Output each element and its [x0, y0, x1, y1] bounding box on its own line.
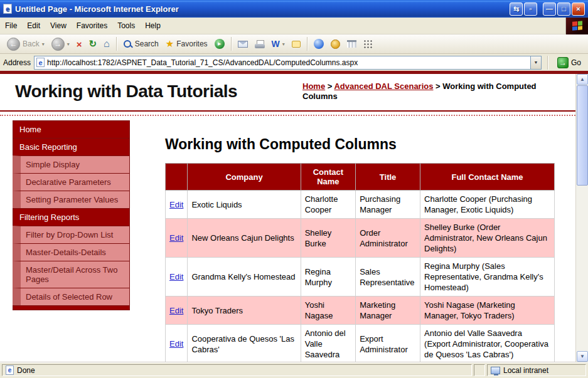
address-dropdown-button[interactable]: ▼	[530, 56, 541, 69]
cell-full-name: Charlotte Cooper (Purchasing Manager, Ex…	[420, 191, 555, 219]
breadcrumb-home-link[interactable]: Home	[302, 81, 325, 91]
back-dropdown-icon: ▾	[42, 41, 45, 47]
print-icon	[255, 40, 265, 48]
stop-button[interactable]: ×	[73, 37, 85, 51]
vertical-scrollbar[interactable]: ▲ ▼	[575, 74, 588, 362]
table-row: Edit Exotic Liquids Charlotte Cooper Pur…	[166, 191, 555, 219]
sidebar-item-simple-display[interactable]: Simple Display	[13, 155, 130, 174]
breadcrumb-separator: >	[328, 81, 333, 91]
sidebar-item-master-detail-across-two-pages[interactable]: Master/Detail Across Two Pages	[13, 261, 130, 288]
currency-button[interactable]	[328, 38, 343, 51]
edit-link[interactable]: Edit	[169, 306, 183, 315]
sidebar-item-home[interactable]: Home	[13, 120, 130, 139]
status-page-icon: e	[6, 365, 14, 375]
home-button[interactable]: ⌂	[100, 36, 113, 51]
sidebar-item-details-of-selected-row[interactable]: Details of Selected Row	[13, 288, 130, 306]
menu-edit[interactable]: Edit	[22, 18, 45, 33]
toolbar-separator	[231, 37, 232, 51]
media-button[interactable]: ▶	[211, 37, 228, 51]
edit-link[interactable]: Edit	[169, 200, 183, 209]
edit-link[interactable]: Edit	[169, 272, 183, 281]
sidebar-item-filter-by-dropdown-list[interactable]: Filter by Drop-Down List	[13, 226, 130, 244]
messenger-button[interactable]	[311, 37, 327, 51]
go-arrow-icon: →	[557, 57, 569, 68]
forward-icon: →	[51, 38, 65, 51]
chevron-down-icon: ▼	[534, 60, 538, 65]
cell-full-name: Antonio del Valle Saavedra (Export Admin…	[420, 325, 555, 362]
menu-help[interactable]: Help	[140, 18, 166, 33]
menu-view[interactable]: View	[45, 18, 72, 33]
close-icon: ×	[576, 6, 580, 13]
back-button[interactable]: ← Back ▾	[4, 36, 48, 53]
title-bar: e Untitled Page - Microsoft Internet Exp…	[0, 0, 588, 18]
sidebar-item-master-details-details[interactable]: Master-Details-Details	[13, 243, 130, 261]
standard-toolbar: ← Back ▾ → ▾ × ↻ ⌂ Search ★ Favorites ▶ …	[0, 34, 588, 54]
maximize-button[interactable]: □	[557, 3, 570, 16]
media-icon: ▶	[215, 39, 225, 49]
forward-button[interactable]: → ▾	[48, 36, 73, 53]
favorites-star-icon: ★	[166, 38, 174, 50]
table-header-contact: Contact Name	[301, 164, 355, 191]
cell-full-name: Yoshi Nagase (Marketing Manager, Tokyo T…	[420, 297, 555, 325]
scrollbar-thumb[interactable]	[577, 85, 588, 186]
globe-icon	[314, 39, 324, 49]
breadcrumb-section-link[interactable]: Advanced DAL Scenarios	[334, 81, 433, 91]
sidebar-item-declarative-parameters[interactable]: Declarative Parameters	[13, 173, 130, 191]
discuss-button[interactable]	[289, 39, 304, 50]
go-button[interactable]: → Go	[553, 56, 585, 69]
cell-company: Exotic Liquids	[188, 191, 301, 219]
close-button[interactable]: ×	[572, 3, 585, 16]
cell-company: Tokyo Traders	[188, 297, 301, 325]
site-header: Working with Data Tutorials Home > Advan…	[0, 74, 575, 110]
status-zone-pane: Local intranet	[487, 364, 586, 376]
toolbar-extra-button-1[interactable]: ⇆	[510, 3, 523, 16]
panel-icon: ▫	[530, 6, 532, 13]
print-button[interactable]	[252, 38, 268, 50]
windows-logo	[565, 18, 588, 34]
mail-button[interactable]	[235, 39, 251, 50]
status-main-pane: e Done	[2, 364, 472, 376]
swap-icon: ⇆	[513, 6, 519, 13]
scroll-up-button[interactable]: ▲	[577, 74, 588, 85]
home-icon: ⌂	[104, 38, 110, 50]
toolbar-extra-button-2[interactable]: ▫	[524, 3, 537, 16]
menu-tools[interactable]: Tools	[112, 18, 140, 33]
favorites-label: Favorites	[176, 39, 207, 48]
edit-button[interactable]: W ▾	[269, 37, 288, 51]
cell-contact: Shelley Burke	[301, 219, 355, 258]
sidebar-item-filtering-reports[interactable]: Filtering Reports	[13, 208, 130, 226]
favorites-button[interactable]: ★ Favorites	[163, 36, 211, 51]
address-input[interactable]	[45, 58, 530, 67]
mail-icon	[238, 41, 248, 48]
menu-file[interactable]: File	[0, 18, 22, 33]
toolbar-separator	[307, 37, 307, 51]
edit-link[interactable]: Edit	[169, 339, 183, 349]
refresh-icon: ↻	[88, 38, 97, 50]
minimize-button[interactable]: —	[543, 3, 556, 16]
edit-link[interactable]: Edit	[169, 233, 183, 243]
cell-company: New Orleans Cajun Delights	[188, 219, 301, 258]
cell-contact: Antonio del Valle Saavedra	[301, 325, 355, 362]
cell-company: Grandma Kelly's Homestead	[188, 258, 301, 297]
address-separator	[547, 56, 548, 70]
maximize-icon: □	[562, 6, 566, 13]
local-intranet-icon	[491, 367, 500, 374]
status-progress-pane	[474, 364, 485, 376]
sidebar-item-partial[interactable]	[13, 305, 130, 310]
research-button[interactable]	[344, 38, 360, 50]
sidebar-item-setting-parameter-values[interactable]: Setting Parameter Values	[13, 191, 130, 209]
cell-title: Export Administrator	[356, 325, 420, 362]
window-icon: e	[3, 4, 12, 14]
search-button[interactable]: Search	[120, 38, 162, 51]
refresh-button[interactable]: ↻	[85, 36, 100, 51]
windows-flag-icon	[572, 21, 582, 31]
menu-bar: File Edit View Favorites Tools Help	[0, 18, 588, 34]
edit-dropdown-icon: ▾	[282, 41, 285, 47]
menu-favorites[interactable]: Favorites	[72, 18, 112, 33]
grid-button[interactable]	[360, 38, 376, 50]
address-bar: Address e ▼ → Go	[0, 54, 588, 71]
scroll-down-button[interactable]: ▼	[577, 351, 588, 362]
zone-label: Local intranet	[503, 366, 548, 375]
sidebar-item-basic-reporting[interactable]: Basic Reporting	[13, 138, 130, 156]
cell-full-name: Shelley Burke (Order Administrator, New …	[420, 219, 555, 258]
